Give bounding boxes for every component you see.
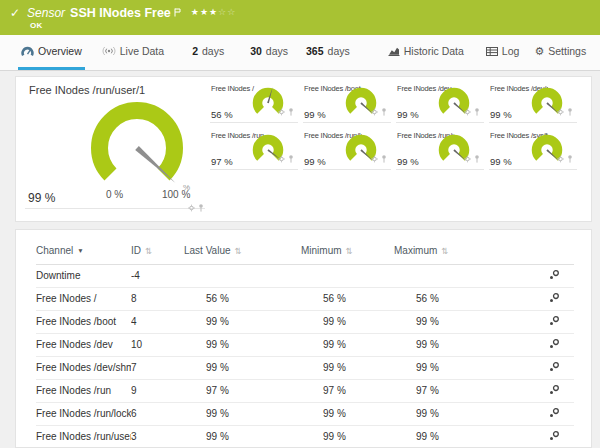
star-filled-icon[interactable]: ★ xyxy=(191,7,200,17)
tile-action-icons[interactable] xyxy=(371,149,387,167)
column-header-channel[interactable]: Channel▼ xyxy=(36,238,131,265)
priority-stars[interactable]: ★★★☆☆ xyxy=(191,5,236,19)
tab-live-data[interactable]: Live Data xyxy=(99,35,167,70)
tiny-pin-icon[interactable] xyxy=(198,198,204,216)
channel-settings-icon[interactable] xyxy=(549,340,560,351)
channel-settings-icon[interactable] xyxy=(549,294,560,305)
tab-365-days[interactable]: 365days xyxy=(303,35,353,70)
tab-overview[interactable]: Overview xyxy=(18,35,85,70)
column-label: Channel xyxy=(36,245,73,256)
tiny-pin-icon[interactable] xyxy=(567,102,573,120)
column-header-last-value[interactable]: Last Value⇅ xyxy=(184,238,301,265)
tab-label: Historic Data xyxy=(404,45,464,57)
tab-number: 30 xyxy=(250,45,262,57)
channel-settings-icon[interactable] xyxy=(549,409,560,420)
cell-last: 99 % xyxy=(184,403,301,426)
tiny-gear-icon[interactable] xyxy=(188,198,195,216)
channel-settings-icon[interactable] xyxy=(549,432,560,443)
table-row: Free INodes /boot499 %99 %99 % xyxy=(36,311,574,334)
tiny-gear-icon[interactable] xyxy=(557,102,564,120)
star-filled-icon[interactable]: ★ xyxy=(209,7,218,17)
channel-settings-icon[interactable] xyxy=(549,317,560,328)
star-empty-icon[interactable]: ☆ xyxy=(227,7,236,17)
star-filled-icon[interactable]: ★ xyxy=(200,7,209,17)
tiny-pin-icon[interactable] xyxy=(567,149,573,167)
tiny-gear-icon[interactable] xyxy=(464,102,471,120)
gauge-min-label: 0 % xyxy=(106,189,123,200)
column-header-minimum[interactable]: Minimum⇅ xyxy=(301,238,394,265)
tab-2-days[interactable]: 2days xyxy=(189,35,227,70)
tiny-pin-icon[interactable] xyxy=(381,102,387,120)
tiny-gear-icon[interactable] xyxy=(464,149,471,167)
cell-last: 99 % xyxy=(184,426,301,448)
tile-action-icons[interactable] xyxy=(278,102,294,120)
tiny-gear-icon[interactable] xyxy=(278,102,285,120)
tiny-gear-icon[interactable] xyxy=(278,149,285,167)
mini-gauge-value: 99 % xyxy=(304,109,326,120)
cell-min: 99 % xyxy=(301,357,394,380)
cell-id: 7 xyxy=(131,357,184,380)
cell-max: 99 % xyxy=(394,334,492,357)
cell-id: 9 xyxy=(131,380,184,403)
mini-gauge-value: 97 % xyxy=(211,156,233,167)
tiny-pin-icon[interactable] xyxy=(381,149,387,167)
cell-max: 56 % xyxy=(394,288,492,311)
tile-action-icons[interactable] xyxy=(371,102,387,120)
channel-settings-icon[interactable] xyxy=(549,271,560,282)
tile-action-icons[interactable] xyxy=(557,149,573,167)
tiny-gear-icon[interactable] xyxy=(371,149,378,167)
cell-min: 99 % xyxy=(301,311,394,334)
cell-id: 6 xyxy=(131,403,184,426)
table-row: Free INodes /run/user/1399 %99 %99 % xyxy=(36,426,574,448)
mini-gauge-tile: Free INodes /run97 % xyxy=(210,130,298,170)
tab-30-days[interactable]: 30days xyxy=(247,35,291,70)
tab-log[interactable]: Log xyxy=(483,35,523,70)
gauge-panel: Free INodes /run/user/1 0 % 100 % 99 % %… xyxy=(15,76,592,222)
cell-id: 3 xyxy=(131,426,184,448)
mini-gauge-value: 99 % xyxy=(490,156,512,167)
cell-last: 99 % xyxy=(184,311,301,334)
tile-divider xyxy=(25,208,205,209)
cell-channel: Free INodes /boot xyxy=(36,311,131,334)
cell-channel: Free INodes /run xyxy=(36,380,131,403)
tile-action-icons[interactable] xyxy=(464,102,480,120)
tile-action-icons[interactable] xyxy=(464,149,480,167)
tiny-pin-icon[interactable] xyxy=(474,149,480,167)
cell-max: 99 % xyxy=(394,403,492,426)
tab-label: days xyxy=(266,45,288,57)
flag-icon[interactable] xyxy=(174,3,181,21)
cell-actions xyxy=(492,403,574,426)
mini-gauge-tile: Free INodes /boot99 % xyxy=(303,83,391,123)
star-empty-icon[interactable]: ☆ xyxy=(218,7,227,17)
channel-settings-icon[interactable] xyxy=(549,363,560,374)
mini-gauge-value: 99 % xyxy=(490,109,512,120)
column-label: Last Value xyxy=(184,245,231,256)
tiny-pin-icon[interactable] xyxy=(288,102,294,120)
tile-action-icons[interactable] xyxy=(278,149,294,167)
gear-icon: ⚙ xyxy=(534,46,544,57)
mini-gauge-tile: Free INodes /dev/shm99 % xyxy=(489,83,577,123)
channel-table-panel: Channel▼ID⇅Last Value⇅Minimum⇅Maximum⇅ D… xyxy=(15,229,592,448)
cell-actions xyxy=(492,288,574,311)
column-header-maximum[interactable]: Maximum⇅ xyxy=(394,238,492,265)
cell-channel: Downtime xyxy=(36,265,131,288)
tab-settings[interactable]: ⚙Settings xyxy=(531,35,589,70)
tiny-gear-icon[interactable] xyxy=(371,102,378,120)
cell-channel: Free INodes /dev/shm xyxy=(36,357,131,380)
tab-historic-data[interactable]: Historic Data xyxy=(385,35,467,70)
tile-action-icons[interactable] xyxy=(188,198,204,216)
mini-gauge-tile: Free INodes /run/lock99 % xyxy=(303,130,391,170)
tile-action-icons[interactable] xyxy=(557,102,573,120)
tiny-gear-icon[interactable] xyxy=(557,149,564,167)
mini-gauge-value: 56 % xyxy=(211,109,233,120)
tiny-pin-icon[interactable] xyxy=(288,149,294,167)
tiny-pin-icon[interactable] xyxy=(474,102,480,120)
cell-id: 10 xyxy=(131,334,184,357)
column-header-id[interactable]: ID⇅ xyxy=(131,238,184,265)
channel-settings-icon[interactable] xyxy=(549,386,560,397)
cell-min: 56 % xyxy=(301,288,394,311)
table-row: Free INodes /856 %56 %56 % xyxy=(36,288,574,311)
cell-max: 99 % xyxy=(394,357,492,380)
cell-min: 97 % xyxy=(301,380,394,403)
sort-icon: ⇅ xyxy=(441,246,448,256)
